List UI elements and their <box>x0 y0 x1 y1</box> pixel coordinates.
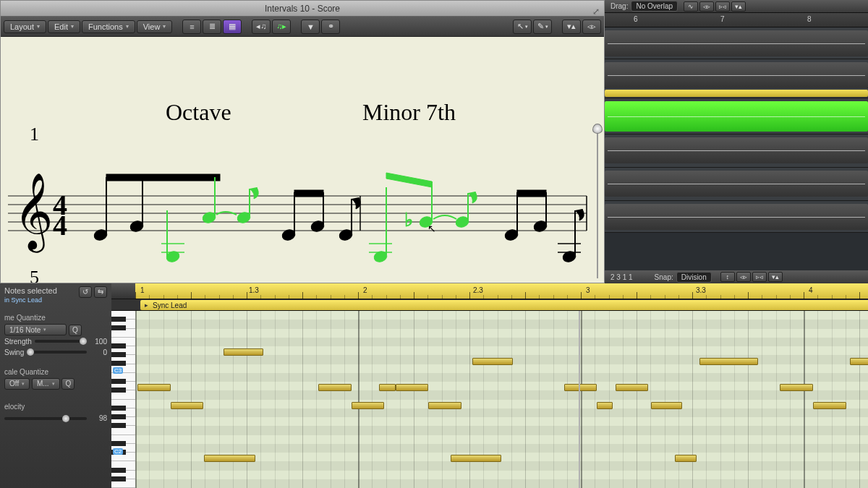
inspector-sub: in Sync Lead <box>4 296 42 304</box>
scale-quantize-root[interactable]: Off <box>4 378 30 390</box>
track-row[interactable] <box>605 88 868 98</box>
pr-region-bar[interactable]: Sync Lead <box>111 299 868 311</box>
track-row[interactable] <box>605 27 868 59</box>
layout-menu[interactable]: Layout <box>4 20 46 33</box>
pr-ruler[interactable]: 1 1.3 2 2.3 3 3.3 4 <box>111 283 868 299</box>
scale-quantize-label: cale Quantize <box>4 368 107 376</box>
tool-catch-icon[interactable]: ↕ <box>720 272 735 282</box>
midi-out-icon[interactable]: ♫▸ <box>272 20 291 34</box>
swing-label: Swing <box>4 348 24 356</box>
svg-rect-45 <box>517 190 546 197</box>
track-row[interactable] <box>605 134 868 168</box>
velocity-slider[interactable] <box>4 417 87 420</box>
view-mode-page-icon[interactable]: ▦ <box>223 20 242 34</box>
tool-waveform-icon[interactable]: ∿ <box>684 1 698 12</box>
pencil-tool-icon[interactable]: ✎ <box>533 20 552 34</box>
midi-note[interactable] <box>451 455 502 462</box>
midi-in-icon[interactable]: ◂♫ <box>252 20 271 34</box>
midi-note[interactable] <box>352 402 385 409</box>
bar-number: 1 <box>30 124 39 145</box>
catch-icon[interactable]: ▼ <box>301 20 320 34</box>
midi-note[interactable] <box>651 402 682 409</box>
snap-label: Snap: <box>655 273 673 281</box>
ruler-num: 8 <box>807 15 812 23</box>
drag-label: Drag: <box>610 2 628 10</box>
tool-zoom-h-icon[interactable]: ◃▹ <box>736 272 751 282</box>
scale-quantize-button[interactable]: Q <box>61 378 75 390</box>
score-canvas[interactable]: Octave Minor 7th 1 5 𝄞 4 4 <box>1 37 604 283</box>
pr-note-grid[interactable] <box>135 311 868 488</box>
midi-note[interactable] <box>137 384 171 391</box>
cycle-icon[interactable]: ⇆ <box>94 286 107 298</box>
midi-note[interactable] <box>699 358 758 365</box>
tool-zoom-icon[interactable]: ▹◃ <box>715 1 730 12</box>
view-mode-2-icon[interactable]: ≣ <box>203 20 221 34</box>
midi-note[interactable] <box>780 384 813 391</box>
swing-value: 0 <box>90 348 107 356</box>
midi-note[interactable] <box>850 358 868 365</box>
arrange-ruler[interactable]: 6 7 8 <box>605 13 868 27</box>
score-toolbar: Layout Edit Functions View ≡ ≣ ▦ ◂♫ ♫▸ ▼… <box>1 17 604 37</box>
velocity-value: 98 <box>90 414 107 422</box>
midi-note[interactable] <box>616 384 649 391</box>
midi-note[interactable] <box>597 402 613 409</box>
tool-zoom-v-icon[interactable]: ▾▴ <box>731 1 746 12</box>
midi-note[interactable] <box>171 402 204 409</box>
view-mode-1-icon[interactable]: ≡ <box>182 20 201 34</box>
key-label-c2: C2 <box>113 448 123 455</box>
pointer-tool-icon[interactable]: ↖ <box>513 20 532 34</box>
drag-mode-select[interactable]: No Overlap <box>631 1 678 12</box>
functions-menu[interactable]: Functions <box>82 20 135 33</box>
arrange-toolbar: Drag: No Overlap ∿ ◃▹ ▹◃ ▾▴ <box>605 0 868 13</box>
window-title: Intervals 10 - Score <box>265 4 340 14</box>
link-icon[interactable]: ⚭ <box>321 20 340 34</box>
svg-text:4: 4 <box>53 209 67 241</box>
track-row[interactable] <box>605 59 868 88</box>
strength-slider[interactable] <box>35 340 87 343</box>
midi-note[interactable] <box>396 384 429 391</box>
loop-icon[interactable]: ↺ <box>79 286 92 298</box>
snap-value-select[interactable]: Division <box>676 272 712 283</box>
zoom-v-icon[interactable]: ▾▴ <box>562 20 581 34</box>
score-window: Intervals 10 - Score ⤢ Layout Edit Funct… <box>0 0 605 283</box>
midi-note[interactable] <box>564 384 597 391</box>
staff-notation: 𝄞 4 4 <box>8 160 601 283</box>
svg-rect-14 <box>106 174 220 181</box>
view-menu[interactable]: View <box>137 20 173 33</box>
position-readout: 2 3 1 1 <box>610 273 633 281</box>
track-row[interactable] <box>605 98 868 134</box>
swing-slider[interactable] <box>27 351 87 354</box>
track-row[interactable] <box>605 168 868 201</box>
midi-note[interactable] <box>224 348 264 356</box>
midi-note[interactable] <box>318 384 352 391</box>
midi-note[interactable] <box>204 455 255 462</box>
strength-label: Strength <box>4 338 32 346</box>
score-playhead[interactable] <box>592 124 603 268</box>
track-row[interactable] <box>605 201 868 233</box>
expand-icon[interactable]: ⤢ <box>592 4 600 20</box>
svg-text:𝄞: 𝄞 <box>14 174 53 253</box>
inspector-header: Notes selected <box>4 286 57 295</box>
midi-note[interactable] <box>813 402 846 409</box>
midi-note[interactable] <box>428 402 461 409</box>
pr-playhead[interactable] <box>579 311 580 488</box>
tool-zoom-v2-icon[interactable]: ▾▴ <box>768 272 783 282</box>
time-quantize-label: me Quantize <box>4 314 107 322</box>
tool-zoom-out-icon[interactable]: ◃▹ <box>699 1 714 12</box>
quantize-button[interactable]: Q <box>69 325 82 336</box>
velocity-label: elocity <box>4 403 107 411</box>
window-titlebar[interactable]: Intervals 10 - Score ⤢ <box>1 1 604 17</box>
ruler-num: 7 <box>720 15 725 23</box>
midi-note[interactable] <box>379 384 395 391</box>
edit-menu[interactable]: Edit <box>48 20 80 33</box>
zoom-h-icon[interactable]: ◃▹ <box>582 20 601 34</box>
svg-rect-27 <box>294 190 323 197</box>
time-quantize-value[interactable]: 1/16 Note <box>4 324 67 335</box>
scale-quantize-mode[interactable]: M... <box>32 378 60 390</box>
midi-note[interactable] <box>675 455 697 462</box>
tool-zoom-h2-icon[interactable]: ▹◃ <box>752 272 767 282</box>
interval-label-octave: Octave <box>166 99 231 126</box>
piano-keyboard[interactable]: C3C2 <box>111 311 135 488</box>
region-name: Sync Lead <box>140 300 868 310</box>
midi-note[interactable] <box>472 358 513 365</box>
